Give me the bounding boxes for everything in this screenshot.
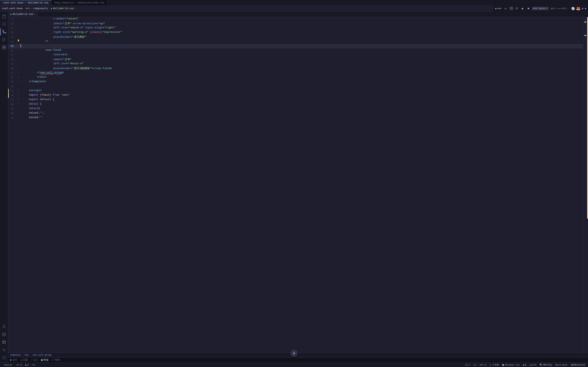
code-editor[interactable]: 9 v-model="value1" 10 label="文本" arrow-d… bbox=[8, 17, 583, 353]
status-encoding[interactable]: UTF-8 bbox=[479, 364, 487, 366]
bc-item-1[interactable]: vue3-vant-base bbox=[2, 7, 23, 10]
status-position[interactable]: 15:7 bbox=[464, 364, 471, 366]
bc-vue-icon: ◆ bbox=[51, 7, 52, 10]
bc-bottom-template[interactable]: template bbox=[10, 354, 21, 356]
fold-indicator-27[interactable]: ⊙ bbox=[17, 98, 20, 102]
fold-indicator-16[interactable]: ⊙ bbox=[17, 49, 20, 53]
tab-close-btn[interactable]: ✕ bbox=[34, 13, 35, 16]
bc-item-4[interactable]: HelloWorld.vue bbox=[53, 7, 74, 10]
search-icon2: 🔍 bbox=[540, 364, 543, 366]
sync-icon: ↓0 bbox=[16, 364, 18, 366]
fold-indicator-22[interactable]: ⊙ bbox=[17, 75, 20, 80]
fold-indicator-10 bbox=[17, 22, 20, 26]
svg-point-2 bbox=[5, 33, 6, 33]
status-warnings[interactable]: ▲ 4 bbox=[24, 364, 29, 366]
status-delta[interactable]: Δ/N/A bbox=[529, 364, 537, 366]
bc-bottom-div[interactable]: div bbox=[25, 354, 29, 356]
active-title-tab[interactable]: vue3-vant-base — HelloWorld.vue bbox=[0, 0, 52, 6]
bc-bottom-van-cell-group[interactable]: van-cell-group bbox=[33, 354, 52, 356]
line-num-14: 14 bbox=[9, 40, 17, 44]
editor-tab-helloworld[interactable]: ◆ HelloWorld.vue ✕ bbox=[8, 11, 38, 17]
code-line-16: <van-field bbox=[20, 49, 583, 53]
stop-btn[interactable]: ⬛ bbox=[509, 6, 513, 11]
refresh-btn[interactable]: ↺ bbox=[503, 6, 508, 11]
code-line-20: placeholder="显示清除图标"></van-field> bbox=[20, 67, 583, 71]
status-theme[interactable]: Monokai Pro bbox=[502, 364, 521, 366]
inactive-title-text: hbga_h5mobile — myEvaluationDo.vue bbox=[54, 1, 104, 4]
git-arrow3: ↶ bbox=[560, 7, 562, 10]
activity-account[interactable] bbox=[0, 323, 8, 330]
breadcrumb: vue3-vant-base › src › components › ◆ He… bbox=[0, 6, 493, 11]
table-row: 31 value2:'' bbox=[8, 116, 583, 120]
git-arrow1: ⇢ bbox=[557, 7, 559, 10]
stop2-btn[interactable]: ■ bbox=[526, 6, 531, 11]
scrollbar-track[interactable] bbox=[587, 17, 588, 353]
activity-extra1[interactable] bbox=[0, 338, 8, 346]
overview-ruler bbox=[583, 17, 587, 353]
debug-btn[interactable]: ⟳ bbox=[515, 6, 519, 11]
table-row: 10 label="文本" arrow-direction="up" bbox=[8, 22, 583, 26]
table-row: 12 right-icon="warning-o" [class]="expre… bbox=[8, 31, 583, 35]
warnings-indicator[interactable]: ▲ 4 ▲ ▼ bbox=[494, 6, 502, 11]
text-cursor bbox=[21, 44, 21, 47]
table-row: 11 left-icon="smile-o" input-align="righ… bbox=[8, 26, 583, 31]
line-num-19: 19 bbox=[9, 62, 17, 67]
problem-label: 问题 bbox=[23, 358, 28, 362]
firefox-icon: 🦊 bbox=[576, 6, 580, 11]
status-line-ending[interactable]: LF bbox=[473, 364, 477, 366]
git-panel-item[interactable]: ⑂ Git bbox=[31, 359, 38, 361]
status-sync[interactable]: ↓0 ↑0 bbox=[15, 364, 23, 366]
activity-extensions[interactable] bbox=[0, 44, 8, 51]
fold-indicator-25[interactable]: ⊙ bbox=[17, 89, 20, 93]
git-branch-icon: ⑂ bbox=[556, 7, 557, 10]
activity-git[interactable] bbox=[0, 28, 8, 35]
status-feedback[interactable]: @犄角技术社区 bbox=[570, 363, 586, 366]
bc-item-2[interactable]: src bbox=[26, 7, 30, 10]
activity-files[interactable] bbox=[0, 13, 8, 20]
status-indent[interactable]: 2 个空格 bbox=[489, 363, 500, 366]
status-word-book[interactable]: Word Book bbox=[554, 364, 568, 366]
fold-indicator-20[interactable]: ⊙ bbox=[17, 67, 20, 71]
settings-btn[interactable]: Git: ⑂ ⇢ ⇠ ↶ ↷ 文 ⌕ … bbox=[550, 6, 569, 11]
run-btn[interactable]: ▶ bbox=[520, 6, 525, 11]
npm-serve-btn[interactable]: NPM SERVE ▾ bbox=[532, 7, 549, 10]
activity-search[interactable] bbox=[0, 20, 8, 28]
more-icon: … bbox=[567, 7, 568, 10]
todo-item[interactable]: ☑ TODO bbox=[52, 359, 60, 361]
floating-btn-icon: ⊞ bbox=[293, 351, 295, 355]
svg-line-1 bbox=[5, 25, 6, 26]
activity-extra3[interactable] bbox=[0, 354, 8, 361]
npm-serve-label: NPM SERVE bbox=[533, 7, 545, 10]
fold-indicator-23[interactable]: ⊙ bbox=[17, 80, 20, 84]
problem-item[interactable]: ⚠ 问题 bbox=[21, 358, 28, 362]
table-row: 16 ⊙ <van-field bbox=[8, 49, 583, 53]
status-warnings2[interactable]: ▲ 5 bbox=[522, 364, 527, 366]
code-line-19: left-icon="music-o" bbox=[20, 62, 583, 67]
fold-indicator-21[interactable]: ⊙ bbox=[17, 71, 20, 75]
activity-extra2[interactable] bbox=[0, 346, 8, 354]
svg-rect-5 bbox=[2, 46, 4, 47]
fold-indicator-28[interactable]: ⊙ bbox=[17, 102, 20, 107]
inactive-title-tab[interactable]: hbga_h5mobile — myEvaluationDo.vue bbox=[52, 0, 107, 6]
activity-settings[interactable] bbox=[0, 331, 8, 338]
fold-indicator-31 bbox=[17, 116, 20, 120]
status-branch[interactable]: ⑂ master bbox=[2, 364, 13, 366]
terminal-item[interactable]: 终端 bbox=[41, 358, 48, 362]
status-event-log[interactable]: 🔍 事件日志 bbox=[539, 363, 553, 366]
line-num-24: 24 bbox=[9, 84, 17, 89]
table-row: 14 💡 /> bbox=[8, 40, 583, 44]
bc-item-3[interactable]: components bbox=[33, 7, 48, 10]
activity-debug[interactable] bbox=[0, 36, 8, 43]
fold-indicator-30 bbox=[17, 111, 20, 116]
table-row: 24 bbox=[8, 84, 583, 89]
warning2-icon: ▲ bbox=[523, 364, 525, 366]
fold-indicator-26[interactable]: ⊙ bbox=[17, 93, 20, 98]
fold-indicator-29[interactable]: ⊙ bbox=[17, 107, 20, 111]
status-errors[interactable]: ✕ 0 bbox=[31, 364, 36, 366]
code-line-15 bbox=[20, 44, 583, 49]
run-item[interactable]: ▶ 运行 bbox=[10, 358, 17, 362]
todo-label: TODO bbox=[54, 359, 60, 361]
fold-indicator-17 bbox=[17, 53, 20, 58]
line-num-9: 9 bbox=[9, 17, 17, 22]
floating-btn[interactable]: ⊞ bbox=[290, 350, 298, 357]
